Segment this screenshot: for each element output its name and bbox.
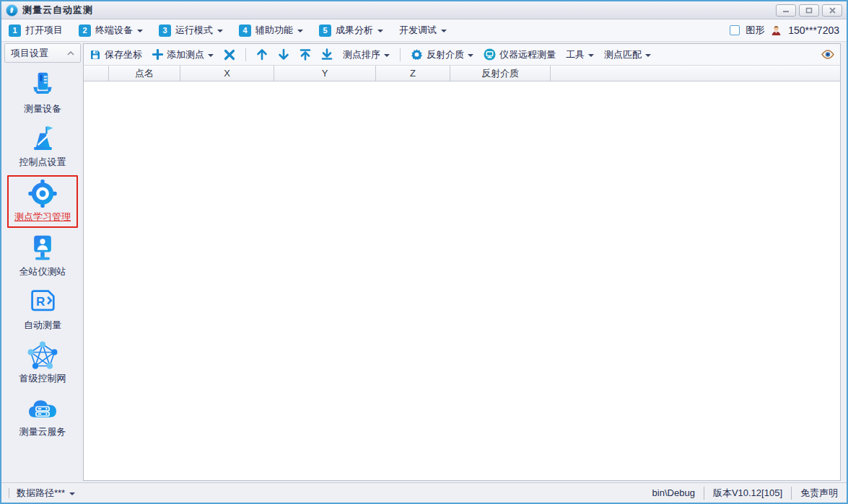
arrow-down-icon	[278, 48, 289, 61]
close-button[interactable]	[822, 4, 842, 17]
toolbar-separator	[245, 48, 246, 61]
menu-result-analysis[interactable]: 5 成果分析	[319, 24, 383, 37]
menu-open-project[interactable]: 1 打开项目	[9, 24, 63, 37]
column-header-z[interactable]: Z	[376, 66, 450, 81]
chevron-down-icon	[441, 30, 447, 32]
measure-device-icon	[27, 71, 58, 100]
data-path-dropdown[interactable]: 数据路径***	[9, 487, 75, 500]
graphics-checkbox[interactable]	[730, 25, 740, 35]
chevron-down-icon	[137, 30, 143, 32]
chevron-down-icon	[208, 54, 214, 57]
statusbar-separator	[9, 488, 9, 498]
save-coordinates-button[interactable]: 保存坐标	[89, 48, 142, 61]
move-down-button[interactable]	[278, 48, 289, 61]
sidebar-item-total-station[interactable]: 全站仪测站	[7, 231, 78, 281]
version-label: 版本V10.12[105]	[704, 487, 791, 500]
build-path-label: bin\Debug	[644, 487, 704, 498]
remote-monitor-icon	[484, 48, 496, 61]
app-logo-icon	[6, 4, 18, 17]
table-header-row: 点名 X Y Z 反射介质	[84, 66, 840, 81]
menu-bar: 1 打开项目 2 终端设备 3 运行模式 4 辅助功能 5 成果分析 开发调试	[1, 19, 847, 42]
sidebar-header-project-settings[interactable]: 项目设置	[4, 43, 81, 63]
maximize-button[interactable]	[799, 4, 819, 17]
point-match-button[interactable]: 测点匹配	[604, 48, 651, 61]
sidebar-item-auto-measure[interactable]: R 自动测量	[7, 285, 78, 335]
project-sidebar: 项目设置 测量设备	[4, 43, 81, 481]
point-sort-button[interactable]: 测点排序	[343, 48, 390, 61]
column-header-rowmark[interactable]	[84, 66, 109, 81]
sidebar-item-measure-device[interactable]: 测量设备	[7, 68, 78, 118]
menu-num-badge: 5	[319, 25, 331, 37]
move-top-button[interactable]	[300, 48, 311, 61]
auto-measure-r-icon: R	[27, 287, 58, 317]
title-bar: 测量云自动监测	[1, 1, 847, 19]
chevron-down-icon	[588, 54, 594, 57]
table-body-empty[interactable]	[84, 81, 840, 480]
menu-dev-debug[interactable]: 开发调试	[399, 24, 447, 37]
graphics-checkbox-label: 图形	[746, 24, 764, 37]
network-graph-icon	[27, 340, 58, 370]
save-icon	[89, 49, 101, 61]
window-title: 测量云自动监测	[22, 4, 93, 17]
menu-aux-functions[interactable]: 4 辅助功能	[239, 24, 303, 37]
menu-num-badge: 2	[79, 25, 91, 37]
gear-icon	[411, 48, 423, 61]
chevron-down-icon	[468, 54, 473, 57]
chevron-down-icon	[645, 54, 651, 57]
move-up-button[interactable]	[256, 48, 268, 61]
menu-terminal-device[interactable]: 2 终端设备	[79, 24, 143, 37]
disclaimer-link[interactable]: 免责声明	[791, 487, 839, 500]
column-header-x[interactable]: X	[180, 66, 274, 81]
tools-button[interactable]: 工具	[566, 48, 594, 61]
visibility-toggle-button[interactable]	[821, 50, 834, 59]
sidebar-item-primary-control-network[interactable]: 首级控制网	[7, 338, 78, 388]
menu-num-badge: 3	[159, 25, 171, 37]
column-header-y[interactable]: Y	[274, 66, 376, 81]
main-panel: 保存坐标 添加测点	[83, 43, 841, 481]
toolbar-separator	[400, 48, 401, 61]
chevron-down-icon	[217, 30, 223, 32]
column-header-reflect-medium[interactable]: 反射介质	[450, 66, 551, 81]
arrow-to-bottom-icon	[321, 48, 333, 61]
plus-icon	[152, 49, 163, 60]
delete-point-button[interactable]	[224, 49, 235, 61]
sidebar-item-cloud-service[interactable]: 测量云服务	[7, 392, 78, 441]
target-crosshair-icon	[27, 179, 58, 208]
control-point-icon	[27, 124, 58, 154]
content-area: 项目设置 测量设备	[1, 42, 847, 482]
arrow-to-top-icon	[300, 48, 311, 61]
remote-measure-button[interactable]: 仪器远程测量	[484, 48, 556, 61]
reflect-medium-button[interactable]: 反射介质	[411, 48, 473, 61]
sidebar-item-point-learning-management[interactable]: 测点学习管理	[7, 175, 78, 228]
add-point-button[interactable]: 添加测点	[152, 48, 214, 61]
column-header-filler	[551, 66, 840, 81]
chevron-down-icon	[384, 54, 390, 57]
chevron-down-icon	[297, 30, 303, 32]
menu-run-mode[interactable]: 3 运行模式	[159, 24, 223, 37]
chevron-down-icon	[377, 30, 383, 32]
app-window: 测量云自动监测 1 打开项目 2 终端设备 3 运行模式	[0, 0, 848, 504]
eye-icon	[821, 50, 834, 59]
minimize-button[interactable]	[776, 4, 796, 17]
toolbar: 保存坐标 添加测点	[84, 44, 840, 66]
station-monitor-icon	[27, 234, 58, 263]
menu-num-badge: 1	[9, 25, 21, 37]
column-header-point-name[interactable]: 点名	[109, 66, 180, 81]
status-bar: 数据路径*** bin\Debug 版本V10.12[105] 免责声明	[1, 482, 847, 503]
svg-text:R: R	[36, 294, 45, 308]
cloud-server-icon	[27, 394, 58, 423]
user-avatar-icon	[770, 25, 782, 37]
chevron-up-icon	[67, 51, 74, 56]
delete-x-icon	[224, 49, 235, 61]
menu-num-badge: 4	[239, 25, 251, 37]
account-number[interactable]: 150***7203	[788, 25, 839, 36]
move-bottom-button[interactable]	[321, 48, 333, 61]
chevron-down-icon	[69, 492, 75, 495]
arrow-up-icon	[256, 48, 268, 61]
sidebar-item-control-point-settings[interactable]: 控制点设置	[7, 122, 78, 172]
